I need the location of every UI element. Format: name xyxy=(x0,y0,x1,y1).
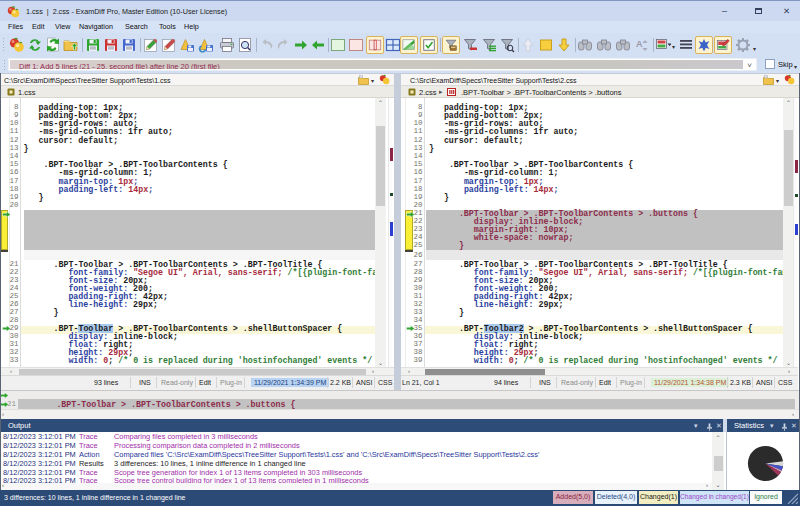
svg-text:A: A xyxy=(636,39,643,49)
